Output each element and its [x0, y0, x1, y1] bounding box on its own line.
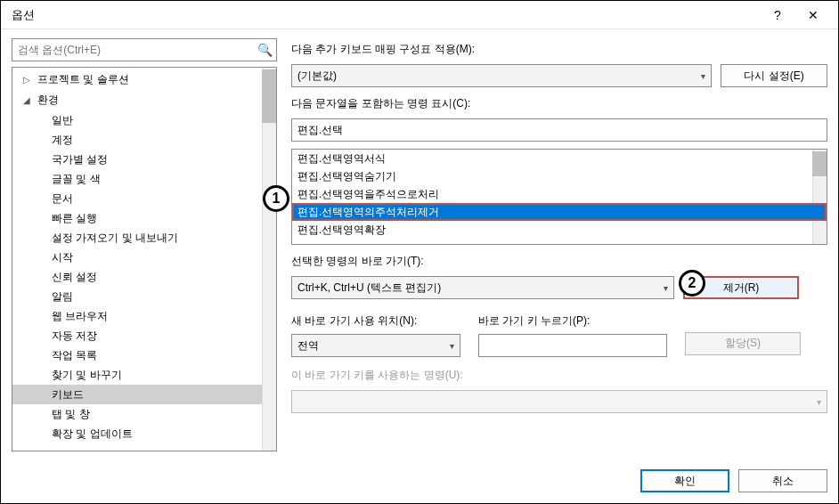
shortcut-location-value: 전역 — [297, 338, 319, 354]
tree-item-label: 알림 — [52, 290, 73, 303]
tree-item-label: 웹 브라우저 — [52, 310, 108, 322]
tree-item-label: 작업 목록 — [52, 349, 97, 362]
command-item[interactable]: 편집.선택영역의주석처리제거 — [292, 203, 827, 221]
tree-item[interactable]: 탭 및 창 — [12, 404, 276, 424]
commands-filter-label: 다음 문자열을 포함하는 명령 표시(C): — [291, 96, 827, 111]
tree-item[interactable]: 신뢰 설정 — [12, 267, 276, 287]
search-input[interactable] — [18, 44, 257, 56]
commands-scrollbar[interactable] — [812, 150, 827, 244]
tree-item-label: 자동 저장 — [52, 329, 97, 342]
tree-item-label: 찾기 및 바꾸기 — [52, 369, 122, 381]
tree-toggle-icon[interactable]: ▷ — [23, 72, 37, 88]
tree-item[interactable]: ◢환경 — [12, 90, 276, 110]
tree-item[interactable]: 시작 — [12, 248, 276, 267]
chevron-down-icon: ▾ — [701, 71, 705, 81]
titlebar: 옵션 ? ✕ — [1, 1, 838, 29]
tree-scrollbar[interactable] — [262, 68, 276, 451]
cancel-button[interactable]: 취소 — [738, 469, 827, 492]
selected-shortcut-combo[interactable]: Ctrl+K, Ctrl+U (텍스트 편집기) ▾ — [291, 276, 674, 299]
tree-item[interactable]: 자동 저장 — [12, 326, 276, 345]
tree-toggle-icon[interactable]: ◢ — [23, 93, 37, 109]
tree-item-label: 프로젝트 및 솔루션 — [37, 73, 129, 85]
selected-shortcut-value: Ctrl+K, Ctrl+U (텍스트 편집기) — [297, 280, 441, 296]
annotation-callout-2: 2 — [679, 270, 705, 297]
tree-item[interactable]: ▷프로젝트 및 솔루션 — [12, 69, 276, 90]
tree-item[interactable]: 계정 — [12, 130, 276, 150]
tree-item[interactable]: 빠른 실행 — [12, 208, 276, 228]
search-input-wrap[interactable]: 🔍 — [12, 38, 277, 61]
tree-item-label: 키보드 — [52, 388, 84, 401]
options-tree[interactable]: ▷프로젝트 및 솔루션◢환경일반계정국가별 설정글꼴 및 색문서빠른 실행설정 … — [12, 67, 277, 451]
tree-item-label: 국가별 설정 — [52, 153, 108, 166]
window-title: 옵션 — [12, 7, 760, 23]
annotation-callout-1: 1 — [263, 185, 289, 212]
tree-item-label: 환경 — [37, 93, 59, 106]
shortcut-location-combo[interactable]: 전역 ▾ — [291, 334, 460, 357]
reset-button[interactable]: 다시 설정(E) — [721, 64, 827, 87]
tree-item[interactable]: 찾기 및 바꾸기 — [12, 365, 276, 385]
mapping-value: (기본값) — [297, 69, 337, 84]
tree-item-label: 문서 — [52, 192, 73, 205]
tree-item-label: 탭 및 창 — [52, 408, 90, 420]
mapping-combo[interactable]: (기본값) ▾ — [291, 64, 712, 87]
tree-scroll-thumb[interactable] — [262, 69, 276, 123]
used-by-label: 이 바로 가기 키를 사용하는 명령(U): — [291, 368, 827, 383]
press-keys-input[interactable] — [485, 339, 661, 352]
used-by-combo: ▾ — [291, 390, 827, 413]
tree-item[interactable]: 알림 — [12, 287, 276, 306]
tree-item-label: 확장 및 업데이트 — [52, 427, 133, 440]
tree-item-label: 계정 — [52, 134, 73, 146]
selected-shortcuts-label: 선택한 명령의 바로 가기(T): — [291, 254, 827, 269]
tree-item[interactable]: 설정 가져오기 및 내보내기 — [12, 228, 276, 248]
tree-item[interactable]: 문서 — [12, 189, 276, 208]
tree-item[interactable]: 키보드 — [12, 385, 276, 404]
mapping-label: 다음 추가 키보드 매핑 구성표 적용(M): — [291, 42, 827, 57]
command-item[interactable]: 편집.선택영역숨기기 — [292, 167, 827, 185]
tree-item-label: 빠른 실행 — [52, 212, 97, 224]
tree-item[interactable]: 일반 — [12, 110, 276, 130]
chevron-down-icon: ▾ — [450, 341, 454, 351]
tree-item-label: 설정 가져오기 및 내보내기 — [52, 232, 178, 244]
tree-item-label: 시작 — [52, 251, 73, 264]
tree-item-label: 일반 — [52, 114, 73, 126]
chevron-down-icon: ▾ — [817, 397, 821, 407]
assign-button: 할당(S) — [685, 332, 801, 355]
close-button[interactable]: ✕ — [795, 3, 831, 28]
commands-list[interactable]: 편집.선택영역서식편집.선택영역숨기기편집.선택영역을주석으로처리편집.선택영역… — [291, 149, 827, 245]
tree-item[interactable]: 웹 브라우저 — [12, 306, 276, 326]
commands-filter-input-wrap[interactable] — [291, 118, 827, 142]
tree-item-label: 신뢰 설정 — [52, 271, 97, 283]
tree-item[interactable]: 국가별 설정 — [12, 150, 276, 169]
commands-scroll-thumb[interactable] — [812, 151, 827, 176]
tree-item[interactable]: 확장 및 업데이트 — [12, 424, 276, 443]
help-button[interactable]: ? — [760, 3, 795, 28]
tree-item[interactable]: 글꼴 및 색 — [12, 169, 276, 189]
ok-button[interactable]: 확인 — [640, 469, 729, 492]
command-item[interactable]: 편집.선택영역을주석으로처리 — [292, 185, 827, 203]
press-keys-label: 바로 가기 키 누르기(P): — [478, 313, 667, 329]
commands-filter-input[interactable] — [297, 124, 821, 136]
use-in-label: 새 바로 가기 사용 위치(N): — [291, 313, 460, 329]
chevron-down-icon: ▾ — [664, 283, 668, 293]
tree-item[interactable]: 작업 목록 — [12, 345, 276, 365]
press-keys-input-wrap[interactable] — [478, 334, 667, 357]
dialog-footer: 확인 취소 — [1, 460, 838, 503]
tree-item-label: 글꼴 및 색 — [52, 173, 101, 185]
search-icon: 🔍 — [257, 43, 273, 57]
command-item[interactable]: 편집.선택영역확장 — [292, 221, 827, 239]
command-item[interactable]: 편집.선택영역서식 — [292, 150, 827, 167]
